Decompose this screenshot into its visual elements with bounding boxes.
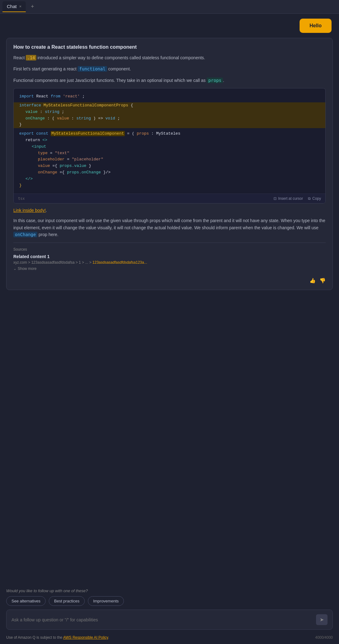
react-version-highlight: .14 [26, 55, 36, 60]
footer-policy-link[interactable]: AWS Responsible AI Policy [63, 635, 108, 640]
code-line-5: onChange : ( value : string ) => void ; [19, 115, 320, 122]
hello-bubble-row: Hello [6, 19, 333, 33]
show-more-label: Show more [18, 266, 37, 271]
sources-section: Sources Related content 1 xyz.com > 123a… [13, 243, 326, 271]
body-paragraph: In this case, our input component will o… [13, 217, 326, 238]
response-para1: React .14 introduced a simpler way to de… [13, 54, 326, 61]
copy-button[interactable]: ⧉ Copy [308, 196, 321, 201]
tab-label: Chat [7, 4, 17, 9]
send-button[interactable]: ➤ [316, 614, 328, 625]
insert-at-cursor-button[interactable]: ⊡ Insert at cursor [273, 196, 303, 201]
code-content: import React from 'react' ; interface My… [14, 88, 325, 194]
input-area: ➤ [0, 606, 339, 633]
para1-text: React [13, 55, 26, 60]
code-footer: tsx ⊡ Insert at cursor ⧉ Copy [14, 194, 325, 203]
code-line-6: } [19, 122, 320, 128]
footer-text: Use of Amazon Q is subject to the [6, 635, 63, 640]
feedback-row: 👍 👎 [13, 275, 326, 284]
response-para2: First let's start generating a react fun… [13, 65, 326, 72]
body-text-prefix: In this case, our input component will o… [13, 218, 325, 230]
chat-input[interactable] [11, 617, 313, 622]
copy-icon: ⧉ [308, 196, 311, 201]
code-line-15: </> [19, 176, 320, 182]
url-highlight: 123asdsasadfasdfdsdafsa123a... [93, 260, 147, 265]
chip-see-alternatives[interactable]: See alternatives [6, 596, 46, 606]
tab-add-icon[interactable]: + [28, 2, 37, 11]
chevron-down-icon: ⌄ [13, 266, 16, 271]
onchange-highlight: onChange [13, 232, 37, 237]
chat-tab[interactable]: Chat × [2, 1, 26, 12]
body-link-row: Link inside body!. [13, 208, 326, 213]
code-lang: tsx [18, 196, 25, 201]
code-line-14: onChange ={ props.onChange }/> [19, 169, 320, 176]
code-block: import React from 'react' ; interface My… [13, 88, 326, 203]
code-line-4: value : string ; [19, 109, 320, 115]
input-wrapper: ➤ [6, 610, 333, 630]
chip-improvements[interactable]: Improvements [88, 596, 124, 606]
followup-chips: See alternatives Best practices Improvem… [6, 596, 333, 606]
code-line-10: <input [19, 144, 320, 150]
code-line-12: placeholder = "placeholder" [19, 156, 320, 163]
footer-count: 4000/4000 [315, 635, 333, 640]
body-link[interactable]: Link inside body! [13, 208, 46, 213]
url-prefix: xyz.com > 123asdsasadfasdfdsdafsa > 1 > … [13, 260, 93, 265]
insert-icon: ⊡ [273, 196, 277, 201]
response-card: How to create a React stateless function… [6, 38, 333, 290]
code-line-13: value ={ props.value } [19, 163, 320, 169]
code-line-3: interface MyStatelessFunctionalComponent… [19, 102, 320, 109]
body-text-suffix: prop here. [37, 232, 58, 237]
response-title: How to create a React stateless function… [13, 44, 326, 50]
insert-label: Insert at cursor [278, 196, 303, 201]
code-actions: ⊡ Insert at cursor ⧉ Copy [273, 196, 321, 201]
hello-bubble: Hello [300, 19, 332, 33]
copy-label: Copy [312, 196, 321, 201]
code-line-16: } [19, 182, 320, 189]
followup-label: Would you like to follow up with one of … [6, 588, 333, 593]
sources-label: Sources [13, 247, 326, 252]
chip-best-practices[interactable]: Best practices [49, 596, 85, 606]
tab-bar: Chat × + [0, 0, 339, 14]
para2-suffix: component. [107, 66, 131, 71]
followup-section: Would you like to follow up with one of … [0, 588, 339, 606]
tab-close-icon[interactable]: × [19, 4, 22, 8]
main-content: Hello How to create a React stateless fu… [0, 14, 339, 588]
thumbs-up-button[interactable]: 👍 [310, 278, 316, 284]
response-para3: Functional components are just JavaScrip… [13, 77, 326, 84]
code-line-8: export const MyStatelessFunctionalCompon… [19, 131, 320, 137]
footer-left: Use of Amazon Q is subject to the AWS Re… [6, 635, 109, 640]
code-line-11: type = "text" [19, 150, 320, 157]
functional-highlight: functional [78, 66, 107, 72]
para3-prefix: Functional components are just JavaScrip… [13, 78, 207, 83]
para2-prefix: First let's start generating a react [13, 66, 78, 71]
code-line-9: return <> [19, 137, 320, 144]
show-more-button[interactable]: ⌄ Show more [13, 266, 37, 271]
thumbs-down-button[interactable]: 👎 [319, 278, 326, 284]
para1-text-b: introduced a simpler way to define compo… [36, 55, 205, 60]
footer: Use of Amazon Q is subject to the AWS Re… [0, 633, 339, 644]
related-title: Related content 1 [13, 254, 326, 259]
para3-suffix: . [223, 78, 224, 83]
props-highlight: props [207, 78, 223, 83]
source-url: xyz.com > 123asdsasadfasdfdsdafsa > 1 > … [13, 260, 326, 265]
code-line-1: import React from 'react' ; [19, 93, 320, 100]
